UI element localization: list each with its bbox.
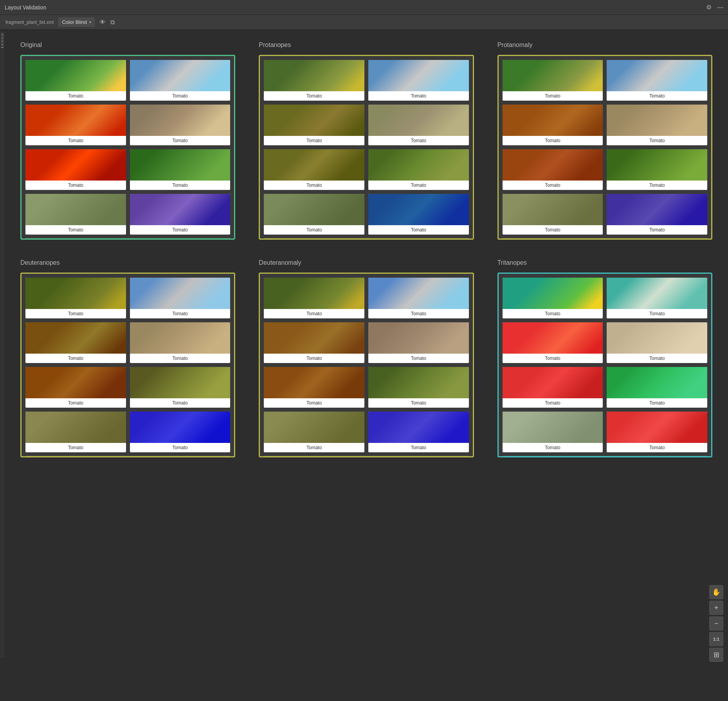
thumb-flower-protan	[264, 149, 364, 181]
image-card: Tomato	[607, 149, 707, 190]
thumb-city-tritan	[607, 278, 707, 309]
image-card: Tomato	[130, 367, 231, 408]
sidebar-tick	[1, 36, 4, 37]
image-label: Tomato	[607, 354, 707, 363]
section-title-protanopes: Protanopes	[259, 42, 474, 49]
thumb-aerial-deutan	[130, 367, 231, 398]
zoom-out-button[interactable]: −	[709, 616, 723, 631]
hand-tool-button[interactable]: ✋	[709, 585, 723, 599]
thumb-purple-protanom	[607, 194, 707, 225]
thumb-aerial-protanom	[607, 149, 707, 181]
image-card: Tomato	[368, 367, 469, 408]
thumb-purple-protan	[368, 194, 469, 225]
image-label: Tomato	[130, 225, 231, 235]
thumb-grid-tritan	[503, 412, 603, 443]
thumb-flower-deutanom	[264, 367, 364, 398]
image-card: Tomato	[503, 367, 603, 408]
section-deuteranopes: Deuteranopes Tomato Tomato Tomato Tomato…	[20, 259, 235, 457]
thumb-aerial-deutanom	[368, 367, 469, 398]
image-label: Tomato	[25, 136, 126, 145]
thumb-grid-deutanom	[264, 412, 364, 443]
eye-icon-button[interactable]: 👁	[99, 19, 106, 26]
sidebar-tick	[1, 33, 4, 34]
image-card: Tomato	[607, 105, 707, 145]
toolbar: fragment_plant_list.xml Color Blind ▾ 👁 …	[0, 15, 728, 30]
image-label: Tomato	[25, 181, 126, 190]
image-label: Tomato	[264, 309, 364, 318]
image-card: Tomato	[368, 105, 469, 145]
image-label: Tomato	[25, 398, 126, 408]
main-content: Original Tomato Tomato Tomato Tomato Tom…	[5, 30, 728, 469]
image-card: Tomato	[25, 105, 126, 145]
thumb-flower-protanom	[503, 149, 603, 181]
thumb-butterfly	[25, 60, 126, 91]
image-label: Tomato	[25, 225, 126, 235]
title-bar-controls: ⚙ —	[706, 4, 723, 11]
sidebar-tick	[1, 47, 4, 48]
section-title-original: Original	[20, 42, 235, 49]
thumb-city-protan	[368, 60, 469, 91]
image-card: Tomato	[368, 278, 469, 318]
fit-button[interactable]: 1:1	[709, 632, 723, 646]
section-deuteranomaly: Deuteranomaly Tomato Tomato Tomato Tomat…	[259, 259, 474, 457]
image-card: Tomato	[130, 149, 231, 190]
image-label: Tomato	[25, 309, 126, 318]
thumb-macro	[130, 105, 231, 136]
image-label: Tomato	[368, 136, 469, 145]
thumb-butterfly-protan	[264, 60, 364, 91]
image-label: Tomato	[264, 443, 364, 452]
thumb-aerial	[130, 149, 231, 181]
image-label: Tomato	[130, 398, 231, 408]
sidebar-tick	[1, 34, 4, 35]
sidebar-tick	[1, 41, 4, 42]
image-label: Tomato	[130, 181, 231, 190]
image-card: Tomato	[25, 367, 126, 408]
color-blind-dropdown[interactable]: Color Blind ▾	[58, 18, 95, 27]
image-label: Tomato	[264, 354, 364, 363]
image-label: Tomato	[607, 136, 707, 145]
image-card: Tomato	[264, 149, 364, 190]
filename-label: fragment_plant_list.xml	[5, 20, 54, 25]
thumb-butterfly-tritan	[503, 278, 603, 309]
settings-button[interactable]: ⚙	[706, 4, 712, 11]
image-card: Tomato	[368, 412, 469, 452]
image-label: Tomato	[503, 91, 603, 101]
image-card: Tomato	[264, 367, 364, 408]
image-card: Tomato	[503, 278, 603, 318]
image-label: Tomato	[607, 181, 707, 190]
minimize-button[interactable]: —	[717, 4, 723, 11]
image-label: Tomato	[25, 354, 126, 363]
thumb-leaves-deutanom	[264, 322, 364, 354]
image-card: Tomato	[503, 322, 603, 363]
section-title-deuteranopes: Deuteranopes	[20, 259, 235, 266]
copy-icon-button[interactable]: ⧉	[110, 19, 115, 26]
image-label: Tomato	[368, 354, 469, 363]
image-card: Tomato	[503, 105, 603, 145]
thumb-city-deutanom	[368, 278, 469, 309]
image-card: Tomato	[130, 412, 231, 452]
thumb-purple	[130, 194, 231, 225]
image-card: Tomato	[503, 412, 603, 452]
image-card: Tomato	[264, 194, 364, 235]
thumb-butterfly-deutan	[25, 278, 126, 309]
thumb-flower	[25, 149, 126, 181]
thumb-aerial-tritan	[607, 367, 707, 398]
section-protanopes: Protanopes Tomato Tomato Tomato Tomato T…	[259, 42, 474, 240]
thumb-city-protanom	[607, 60, 707, 91]
image-label: Tomato	[607, 225, 707, 235]
title-bar-left: Layout Validation	[5, 4, 46, 11]
image-card: Tomato	[607, 60, 707, 101]
thumb-leaves	[25, 105, 126, 136]
image-card: Tomato	[264, 105, 364, 145]
section-title-protanomaly: Protanomaly	[497, 42, 712, 49]
image-card: Tomato	[25, 149, 126, 190]
zoom-in-button[interactable]: +	[709, 601, 723, 615]
image-card: Tomato	[264, 322, 364, 363]
thumb-grid-protanom	[503, 194, 603, 225]
image-card: Tomato	[25, 322, 126, 363]
thumb-grid	[25, 194, 126, 225]
fit-all-button[interactable]: ⊞	[709, 648, 723, 662]
section-protanomaly: Protanomaly Tomato Tomato Tomato Tomato …	[497, 42, 712, 240]
image-label: Tomato	[264, 225, 364, 235]
image-label: Tomato	[130, 443, 231, 452]
